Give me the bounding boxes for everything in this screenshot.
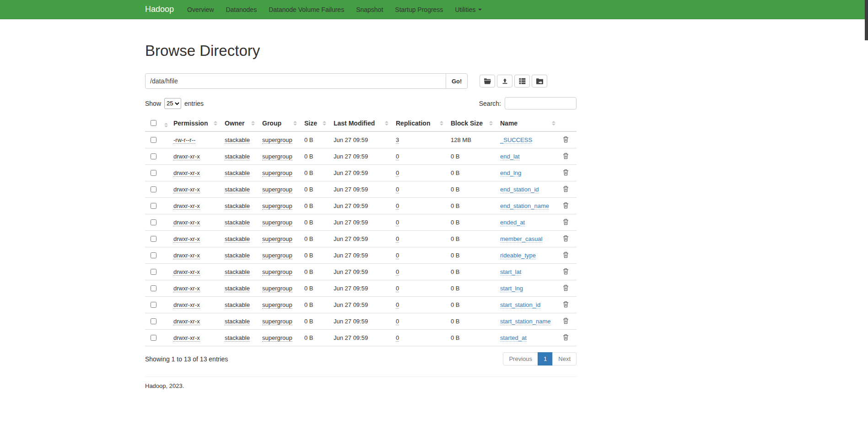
permission-value[interactable]: drwxr-xr-x	[173, 252, 200, 259]
scrollbar-thumb[interactable]	[865, 0, 868, 40]
directory-path-input[interactable]	[145, 73, 446, 89]
replication-value[interactable]: 0	[396, 285, 399, 292]
delete-button[interactable]	[563, 251, 569, 260]
permission-value[interactable]: -rw-r--r--	[173, 136, 195, 144]
owner-value[interactable]: stackable	[225, 334, 250, 342]
row-checkbox[interactable]	[151, 170, 156, 176]
header-name[interactable]: Name	[496, 115, 559, 131]
nav-utilities-dropdown[interactable]: Utilities	[449, 0, 487, 19]
row-checkbox[interactable]	[151, 318, 156, 324]
permission-value[interactable]: drwxr-xr-x	[173, 268, 200, 276]
header-block-size[interactable]: Block Size	[447, 115, 496, 131]
permission-value[interactable]: drwxr-xr-x	[173, 301, 200, 309]
owner-value[interactable]: stackable	[225, 169, 250, 177]
page-size-select[interactable]: 25	[164, 98, 181, 109]
replication-value[interactable]: 0	[396, 219, 399, 226]
file-name-link[interactable]: _SUCCESS	[500, 136, 532, 144]
owner-value[interactable]: stackable	[225, 268, 250, 276]
permission-value[interactable]: drwxr-xr-x	[173, 186, 200, 193]
file-name-link[interactable]: start_station_name	[500, 318, 551, 325]
delete-button[interactable]	[563, 268, 569, 276]
header-size[interactable]: Size	[301, 115, 330, 131]
permission-value[interactable]: drwxr-xr-x	[173, 219, 200, 226]
nav-datanode-volume-failures[interactable]: Datanode Volume Failures	[263, 0, 350, 19]
previous-page-button[interactable]: Previous	[503, 352, 538, 366]
group-value[interactable]: supergroup	[262, 268, 292, 276]
row-checkbox[interactable]	[151, 285, 156, 291]
group-value[interactable]: supergroup	[262, 202, 292, 210]
permission-value[interactable]: drwxr-xr-x	[173, 153, 200, 160]
file-name-link[interactable]: end_lat	[500, 153, 520, 160]
delete-button[interactable]	[563, 218, 569, 227]
file-name-link[interactable]: start_lat	[500, 268, 521, 276]
header-replication[interactable]: Replication	[392, 115, 447, 131]
nav-startup-progress[interactable]: Startup Progress	[389, 0, 449, 19]
header-group[interactable]: Group	[259, 115, 301, 131]
replication-value[interactable]: 0	[396, 235, 399, 243]
file-name-link[interactable]: member_casual	[500, 235, 543, 243]
delete-button[interactable]	[563, 136, 569, 144]
row-checkbox[interactable]	[151, 335, 156, 341]
group-value[interactable]: supergroup	[262, 252, 292, 259]
file-name-link[interactable]: started_at	[500, 334, 527, 342]
group-value[interactable]: supergroup	[262, 235, 292, 243]
group-value[interactable]: supergroup	[262, 334, 292, 342]
row-checkbox[interactable]	[151, 269, 156, 275]
header-last-modified[interactable]: Last Modified	[330, 115, 392, 131]
replication-value[interactable]: 0	[396, 169, 399, 177]
sort-column-header[interactable]	[159, 115, 170, 131]
row-checkbox[interactable]	[151, 302, 156, 308]
delete-button[interactable]	[563, 153, 569, 161]
owner-value[interactable]: stackable	[225, 186, 250, 193]
nav-snapshot[interactable]: Snapshot	[350, 0, 389, 19]
page-1-button[interactable]: 1	[538, 352, 553, 366]
delete-button[interactable]	[563, 186, 569, 194]
nav-overview[interactable]: Overview	[181, 0, 220, 19]
group-value[interactable]: supergroup	[262, 136, 292, 144]
file-name-link[interactable]: start_station_id	[500, 301, 540, 309]
delete-button[interactable]	[563, 169, 569, 177]
permission-value[interactable]: drwxr-xr-x	[173, 202, 200, 210]
permission-value[interactable]: drwxr-xr-x	[173, 285, 200, 292]
group-value[interactable]: supergroup	[262, 169, 292, 177]
set-quota-button[interactable]	[514, 75, 530, 87]
replication-value[interactable]: 0	[396, 318, 399, 325]
owner-value[interactable]: stackable	[225, 252, 250, 259]
delete-button[interactable]	[563, 334, 569, 342]
owner-value[interactable]: stackable	[225, 136, 250, 144]
group-value[interactable]: supergroup	[262, 219, 292, 226]
owner-value[interactable]: stackable	[225, 153, 250, 160]
owner-value[interactable]: stackable	[225, 318, 250, 325]
delete-button[interactable]	[563, 301, 569, 309]
file-name-link[interactable]: end_station_name	[500, 202, 549, 210]
replication-value[interactable]: 0	[396, 301, 399, 309]
file-name-link[interactable]: end_station_id	[500, 186, 539, 193]
owner-value[interactable]: stackable	[225, 219, 250, 226]
next-page-button[interactable]: Next	[552, 352, 577, 366]
owner-value[interactable]: stackable	[225, 202, 250, 210]
delete-button[interactable]	[563, 284, 569, 293]
row-checkbox[interactable]	[151, 236, 156, 242]
permission-value[interactable]: drwxr-xr-x	[173, 235, 200, 243]
delete-button[interactable]	[563, 317, 569, 326]
row-checkbox[interactable]	[151, 186, 156, 192]
replication-value[interactable]: 0	[396, 186, 399, 193]
delete-button[interactable]	[563, 202, 569, 210]
owner-value[interactable]: stackable	[225, 285, 250, 292]
group-value[interactable]: supergroup	[262, 186, 292, 193]
group-value[interactable]: supergroup	[262, 318, 292, 325]
cut-paste-button[interactable]	[532, 75, 547, 87]
search-input[interactable]	[505, 97, 577, 109]
create-directory-button[interactable]	[480, 75, 495, 87]
replication-value[interactable]: 0	[396, 202, 399, 210]
group-value[interactable]: supergroup	[262, 285, 292, 292]
header-owner[interactable]: Owner	[221, 115, 259, 131]
owner-value[interactable]: stackable	[225, 301, 250, 309]
group-value[interactable]: supergroup	[262, 301, 292, 309]
select-all-checkbox[interactable]	[151, 120, 156, 126]
file-name-link[interactable]: end_lng	[500, 169, 521, 177]
row-checkbox[interactable]	[151, 219, 156, 225]
permission-value[interactable]: drwxr-xr-x	[173, 318, 200, 325]
group-value[interactable]: supergroup	[262, 153, 292, 160]
owner-value[interactable]: stackable	[225, 235, 250, 243]
